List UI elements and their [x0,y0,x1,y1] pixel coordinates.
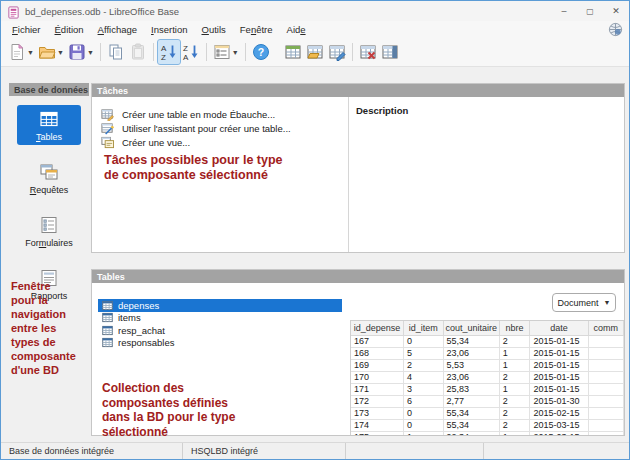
table-cell: 2015-01-15 [530,383,588,395]
status-empty-1 [346,443,484,459]
task-create-table-design[interactable]: Créer une table en mode Ébauche... [101,107,348,121]
table-row[interactable]: 173055,3422015-02-15 [351,407,624,419]
tables-panel: Tables depensesitemsresp_achatresponsabl… [91,269,625,436]
sidebar-item-forms[interactable]: Formulaires [17,211,81,251]
chevron-down-icon: ▼ [27,49,34,56]
toolbar-separator [100,43,101,61]
table-row[interactable]: 16925,5312015-01-15 [351,359,624,371]
menu-item-fenetre[interactable]: Fenêtre [233,23,280,36]
minimize-icon[interactable]: – [551,1,577,21]
table-cell: 2015-01-15 [530,359,588,371]
table-row[interactable]: 175192,3412015-03-15 [351,431,624,435]
sidebar-item-queries[interactable]: Requêtes [17,158,81,198]
sidebar-item-label: Formulaires [25,238,73,248]
table-icon [102,337,118,348]
new-document-button[interactable]: ▼ [6,40,36,64]
chevron-down-icon: ▼ [232,49,239,56]
table-cell: 5 [403,347,443,359]
sidebar-item-tables[interactable]: Tables [17,105,81,145]
task-create-table-wizard[interactable]: Utiliser l'assistant pour créer une tabl… [101,121,348,135]
title-bar: bd_depenses.odb - LibreOffice Base – ▢ ✕ [1,1,629,21]
edit-table-button[interactable] [326,40,348,64]
new-form-button[interactable] [304,40,326,64]
menu-item-outils[interactable]: Outils [194,23,232,36]
menu-item-fichier[interactable]: Fichier [5,23,48,36]
column-header-nbre[interactable]: nbre [499,321,530,335]
table-cell: 2015-01-15 [530,347,588,359]
maximize-icon[interactable]: ▢ [577,1,603,21]
menu-item-affichage[interactable]: Affichage [91,23,144,36]
new-table-button[interactable] [282,40,304,64]
table-cell: 2 [499,419,530,431]
table-cell: 2015-01-15 [530,335,588,347]
column-header-id_item[interactable]: id_item [403,321,443,335]
table-cell [588,383,623,395]
table-cell: 0 [403,407,443,419]
table-row[interactable]: 168523,0612015-01-15 [351,347,624,359]
save-button[interactable]: ▼ [66,40,96,64]
table-cell: 1 [499,347,530,359]
paste-icon [129,43,147,61]
table-row[interactable]: 17262,7722015-01-30 [351,395,624,407]
rename-table-icon [381,43,399,61]
description-region: Description [350,97,624,252]
sort-ascending-icon: AZ [160,43,178,61]
globe-icon[interactable] [608,22,623,37]
table-cell [588,407,623,419]
sidebar-item-label: Requêtes [30,185,69,195]
table-row[interactable]: 174055,3422015-03-15 [351,419,624,431]
svg-text:Z: Z [161,53,166,62]
table-cell: 1 [403,431,443,435]
tables-annotation: Collection des composantes définies dans… [102,381,235,439]
copy-button[interactable] [105,40,127,64]
open-folder-button[interactable]: ▼ [36,40,66,64]
sort-descending-button[interactable]: ZA [180,40,202,64]
table-item-items[interactable]: items [98,312,342,325]
menu-item-edition[interactable]: Édition [48,23,91,36]
task-create-view[interactable]: Créer une vue... [101,135,348,149]
menu-item-aide[interactable]: Aide [280,23,313,36]
table-cell: 2015-02-15 [530,407,588,419]
column-header-id_depense[interactable]: id_depense [351,321,403,335]
queries-icon [39,162,59,182]
rename-table-button[interactable] [379,40,401,64]
tasks-annotation: Tâches possibles pour le type de composa… [104,153,283,183]
description-header: Description [350,97,624,116]
table-item-label: responsables [118,337,175,348]
table-item-responsables[interactable]: responsables [98,337,342,350]
table-item-resp_achat[interactable]: resp_achat [98,324,342,337]
sort-ascending-button[interactable]: AZ [158,40,180,64]
form-navigator-button[interactable]: ▼ [211,40,241,64]
close-icon[interactable]: ✕ [603,1,629,21]
menu-item-insertion[interactable]: Insertion [144,23,194,36]
table-cell: 0 [403,419,443,431]
tasks-list-region: Créer une table en mode Ébauche...Utilis… [92,97,349,252]
form-navigator-icon [213,43,231,61]
table-row[interactable]: 170423,0622015-01-15 [351,371,624,383]
document-dropdown[interactable]: Document ▼ [552,293,616,312]
tables-panel-header: Tables [92,270,624,283]
delete-table-button[interactable] [357,40,379,64]
table-data-preview[interactable]: id_depenseid_itemcout_unitairenbredateco… [350,320,624,435]
table-row[interactable]: 171325,8312015-01-15 [351,383,624,395]
open-folder-icon [38,43,56,61]
chevron-down-icon: ▼ [87,49,94,56]
table-cell: 55,34 [443,419,499,431]
edit-table-icon [328,43,346,61]
help-button[interactable]: ? [250,40,272,64]
column-header-comm[interactable]: comm [588,321,623,335]
toolbar-separator [153,43,154,61]
table-cell: 171 [351,383,403,395]
task-label: Créer une table en mode Ébauche... [122,109,275,120]
table-cell [588,395,623,407]
column-header-cout_unitaire[interactable]: cout_unitaire [443,321,499,335]
toolbar: ▼▼▼AZZA▼? [1,38,629,67]
table-cell: 4 [403,371,443,383]
chevron-down-icon: ▼ [604,299,611,306]
paste-button[interactable] [127,40,149,64]
status-empty-2 [484,443,629,459]
table-item-depenses[interactable]: depenses [98,299,342,312]
table-row[interactable]: 167055,3422015-01-15 [351,335,624,347]
column-header-date[interactable]: date [530,321,588,335]
status-bar: Base de données intégrée HSQLBD intégré [1,442,629,459]
